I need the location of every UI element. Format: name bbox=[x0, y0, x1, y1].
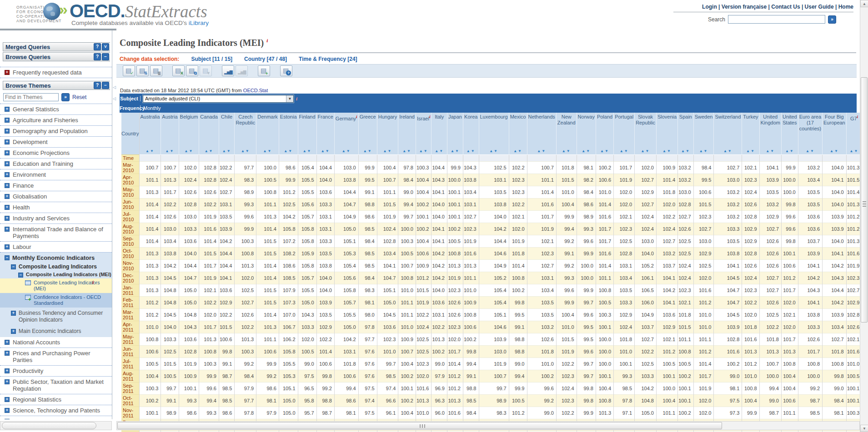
sort-descending-icon[interactable]: ▼ bbox=[770, 149, 775, 153]
browse-queries-header[interactable]: Browse Queries ? − bbox=[3, 52, 110, 61]
export-copy-button[interactable]: ▤⧉ bbox=[186, 65, 198, 76]
sort-ascending-icon[interactable]: ▲ bbox=[806, 149, 810, 153]
sort-descending-icon[interactable]: ▼ bbox=[368, 149, 372, 153]
sort-descending-icon[interactable]: ▼ bbox=[751, 149, 755, 153]
oecd-stat-link[interactable]: OECD.Stat bbox=[243, 88, 268, 93]
column-header-sweden[interactable]: Sweden▲▼ bbox=[693, 113, 714, 154]
column-header-ireland[interactable]: Ireland▲▼ bbox=[398, 113, 416, 154]
frame-splitter[interactable]: ◁ ◁ bbox=[112, 30, 116, 419]
vertical-scrollbar[interactable]: ▲ ▼ bbox=[860, 0, 868, 432]
column-header-finland[interactable]: Finland▲▼ bbox=[298, 113, 316, 154]
sidebar-item-globalisation[interactable]: +Globalisation bbox=[0, 191, 112, 202]
view-table-button[interactable]: ▤✓ bbox=[123, 65, 135, 76]
sidebar-item-composite-leading-indicators-mei-selected[interactable]: Composite Leading Indicators (MEI) i bbox=[0, 278, 112, 293]
collapse-minus-icon[interactable]: − bbox=[11, 264, 16, 269]
expand-plus-icon[interactable]: + bbox=[5, 340, 10, 345]
selection-link-1[interactable]: Country [47 / 48] bbox=[244, 56, 287, 62]
sort-ascending-icon[interactable]: ▲ bbox=[321, 149, 326, 153]
merged-queries-header[interactable]: Merged Queries ? ˅ bbox=[3, 42, 110, 51]
sort-ascending-icon[interactable]: ▲ bbox=[681, 149, 686, 153]
column-header-united-states[interactable]: United States▲▼ bbox=[781, 113, 798, 154]
sort-descending-icon[interactable]: ▼ bbox=[227, 149, 231, 153]
sidebar-item-national-accounts[interactable]: +National Accounts bbox=[0, 337, 112, 348]
ilibrary-link[interactable]: iLibrary bbox=[189, 20, 209, 26]
column-header-canada[interactable]: Canada▲▼ bbox=[199, 113, 219, 154]
sort-descending-icon[interactable]: ▼ bbox=[586, 149, 591, 153]
column-header-switzerland[interactable]: Switzerland▲▼ bbox=[714, 113, 742, 154]
expand-plus-icon[interactable]: + bbox=[5, 216, 10, 221]
column-header-austria[interactable]: Austria▲▼ bbox=[161, 113, 179, 154]
collapse-sidebar-icon[interactable]: ◁ bbox=[113, 85, 116, 89]
expand-plus-icon[interactable]: + bbox=[11, 329, 16, 334]
sort-ascending-icon[interactable]: ▲ bbox=[830, 149, 834, 153]
add-to-merged-queries-button[interactable]: ▤＋ bbox=[258, 65, 270, 76]
sidebar-item-international-trade-and-balance-of-payments[interactable]: +International Trade and Balance of Paym… bbox=[0, 224, 112, 242]
sort-descending-icon[interactable]: ▼ bbox=[326, 149, 330, 153]
sort-ascending-icon[interactable]: ▲ bbox=[699, 149, 704, 153]
table-options-button[interactable]: ▤≣ bbox=[150, 65, 162, 76]
sort-descending-icon[interactable]: ▼ bbox=[646, 149, 650, 153]
sidebar-item-development[interactable]: +Development bbox=[0, 137, 112, 148]
reset-link[interactable]: Reset bbox=[72, 94, 86, 100]
sort-descending-icon[interactable]: ▼ bbox=[439, 149, 444, 153]
sort-descending-icon[interactable]: ▼ bbox=[246, 149, 250, 153]
draw-chart-button[interactable]: ▂▅▇ bbox=[222, 65, 234, 76]
sort-ascending-icon[interactable]: ▲ bbox=[467, 149, 471, 153]
sort-ascending-icon[interactable]: ▲ bbox=[342, 149, 346, 153]
info-icon[interactable]: i bbox=[429, 114, 431, 119]
sort-ascending-icon[interactable]: ▲ bbox=[263, 149, 268, 153]
search-input[interactable] bbox=[728, 15, 825, 24]
info-icon[interactable]: i bbox=[92, 279, 94, 285]
column-header-new-zealand[interactable]: New Zealand▲▼ bbox=[556, 113, 577, 154]
scroll-up-icon[interactable]: ▲ bbox=[860, 0, 868, 7]
sort-ascending-icon[interactable]: ▲ bbox=[746, 149, 751, 153]
column-header-norway[interactable]: Norway▲▼ bbox=[577, 113, 596, 154]
sidebar-item-finance[interactable]: +Finance bbox=[0, 180, 112, 191]
sidebar-item-business-tendency[interactable]: + Business Tendency and Consumer Opinion… bbox=[0, 308, 112, 326]
frequently-requested-data-item[interactable]: + Frequently requested data bbox=[0, 67, 112, 78]
sort-descending-icon[interactable]: ▼ bbox=[810, 149, 815, 153]
selection-link-0[interactable]: Subject [11 / 15] bbox=[191, 56, 232, 62]
browse-themes-header[interactable]: Browse Themes ? − bbox=[3, 81, 110, 90]
top-link-user-guide[interactable]: User Guide bbox=[805, 4, 834, 10]
column-header-united-kingdom[interactable]: United Kingdom▲▼ bbox=[759, 113, 781, 154]
column-header-israel[interactable]: Israeli▲▼ bbox=[416, 113, 431, 154]
subject-dropdown[interactable]: Amplitude adjusted (CLI) ▼ bbox=[143, 95, 294, 103]
sort-ascending-icon[interactable]: ▲ bbox=[562, 149, 567, 153]
merged-queries-help-button[interactable]: ? bbox=[94, 43, 101, 50]
expand-plus-icon[interactable]: + bbox=[5, 107, 10, 112]
sidebar-item-education-and-training[interactable]: +Education and Training bbox=[0, 159, 112, 169]
expand-plus-icon[interactable]: + bbox=[11, 311, 16, 316]
metadata-info-button[interactable]: ▤? bbox=[280, 65, 292, 76]
sort-descending-icon[interactable]: ▼ bbox=[704, 149, 708, 153]
column-header-turkey[interactable]: Turkey▲▼ bbox=[742, 113, 759, 154]
sidebar-item-confidence-indicators[interactable]: Confidence Indicators - OECD Standardise… bbox=[0, 293, 112, 308]
expand-plus-icon[interactable]: + bbox=[5, 172, 10, 177]
column-header-italy[interactable]: Italy▲▼ bbox=[431, 113, 447, 154]
column-header-belgium[interactable]: Belgium▲▼ bbox=[179, 113, 199, 154]
sort-descending-icon[interactable]: ▼ bbox=[790, 149, 794, 153]
expand-plus-icon[interactable]: + bbox=[5, 139, 10, 144]
sidebar-item-economic-projections[interactable]: +Economic Projections bbox=[0, 148, 112, 159]
top-link-version-fran-aise[interactable]: Version française bbox=[722, 4, 767, 10]
sidebar-item-main-economic-indicators[interactable]: + Main Economic Indicators bbox=[0, 326, 112, 337]
sort-ascending-icon[interactable]: ▲ bbox=[766, 149, 770, 153]
sort-ascending-icon[interactable]: ▲ bbox=[641, 149, 646, 153]
scrollbar-thumb[interactable] bbox=[861, 77, 868, 323]
sort-descending-icon[interactable]: ▼ bbox=[471, 149, 476, 153]
sort-descending-icon[interactable]: ▼ bbox=[542, 149, 546, 153]
expand-plus-icon[interactable]: + bbox=[5, 368, 10, 373]
sidebar-item-monthly-economic-indicators[interactable]: − Monthly Economic Indicators bbox=[0, 253, 112, 263]
expand-plus-icon[interactable]: + bbox=[5, 227, 10, 232]
sidebar-item-productivity[interactable]: +Productivity bbox=[0, 366, 112, 377]
sidebar-item-regional-statistics[interactable]: +Regional Statistics bbox=[0, 394, 112, 405]
expand-plus-icon[interactable]: + bbox=[5, 351, 10, 356]
scrollbar-thumb[interactable] bbox=[2, 422, 96, 429]
expand-plus-icon[interactable]: + bbox=[5, 379, 10, 384]
column-header-euro-area-17-countries-[interactable]: Euro area (17 countries)▲▼ bbox=[798, 113, 822, 154]
expand-plus-icon[interactable]: + bbox=[5, 194, 10, 199]
sort-ascending-icon[interactable]: ▲ bbox=[489, 149, 494, 153]
sort-descending-icon[interactable]: ▼ bbox=[605, 149, 609, 153]
info-icon[interactable]: i bbox=[356, 114, 357, 119]
export-excel-button[interactable]: ▤X bbox=[172, 65, 185, 76]
